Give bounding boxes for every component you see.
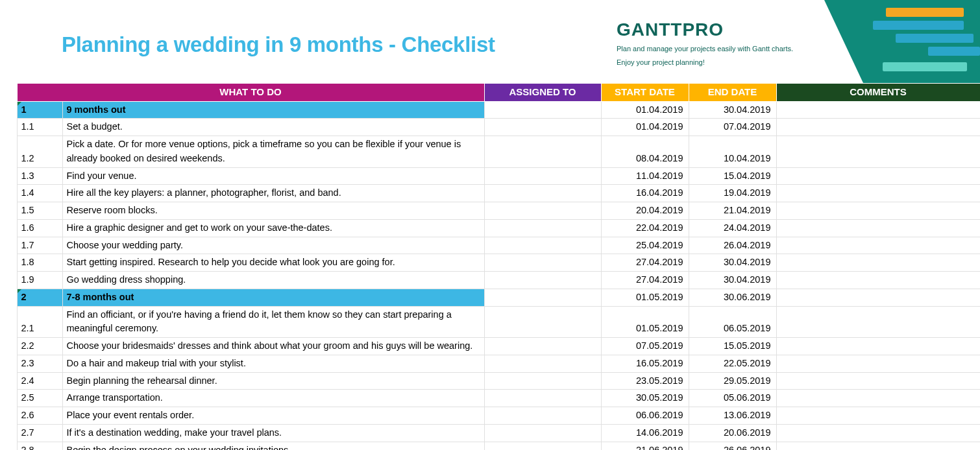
cell-what[interactable]: Choose your wedding party. <box>62 237 484 254</box>
cell-comments[interactable] <box>776 237 980 254</box>
cell-comments[interactable] <box>776 254 980 272</box>
cell-assigned[interactable] <box>484 407 601 425</box>
col-header-start[interactable]: START DATE <box>601 84 689 102</box>
cell-assigned[interactable] <box>484 338 601 355</box>
cell-assigned[interactable] <box>484 306 601 338</box>
cell-what[interactable]: 9 months out <box>62 101 484 119</box>
cell-end[interactable]: 29.05.2019 <box>689 372 776 390</box>
cell-end[interactable]: 26.04.2019 <box>689 237 776 254</box>
cell-start[interactable]: 11.04.2019 <box>601 167 689 185</box>
cell-number[interactable]: 1.9 <box>17 272 62 289</box>
cell-end[interactable]: 19.04.2019 <box>689 185 776 202</box>
table-row[interactable]: 2.3Do a hair and makeup trial with your … <box>10 355 980 372</box>
cell-assigned[interactable] <box>484 219 601 237</box>
table-row[interactable]: 2.4Begin planning the rehearsal dinner.2… <box>10 372 980 390</box>
cell-number[interactable]: 1.5 <box>17 202 62 220</box>
cell-assigned[interactable] <box>484 167 601 185</box>
cell-comments[interactable] <box>776 372 980 390</box>
cell-end[interactable]: 05.06.2019 <box>689 390 776 407</box>
cell-what[interactable]: Find your venue. <box>62 167 484 185</box>
cell-start[interactable]: 23.05.2019 <box>601 372 689 390</box>
cell-end[interactable]: 30.04.2019 <box>689 272 776 289</box>
cell-what[interactable]: Pick a date. Or for more venue options, … <box>62 136 484 168</box>
cell-number[interactable]: 2.3 <box>17 355 62 372</box>
cell-comments[interactable] <box>776 442 980 450</box>
cell-end[interactable]: 30.04.2019 <box>689 254 776 272</box>
table-row[interactable]: 2.8Begin the design process on your wedd… <box>10 442 980 450</box>
cell-what[interactable]: Set a budget. <box>62 119 484 136</box>
cell-comments[interactable] <box>776 338 980 355</box>
cell-assigned[interactable] <box>484 372 601 390</box>
cell-assigned[interactable] <box>484 185 601 202</box>
cell-start[interactable]: 08.04.2019 <box>601 136 689 168</box>
cell-end[interactable]: 24.04.2019 <box>689 219 776 237</box>
cell-start[interactable]: 30.05.2019 <box>601 390 689 407</box>
cell-number[interactable]: 2.5 <box>17 390 62 407</box>
cell-end[interactable]: 15.05.2019 <box>689 338 776 355</box>
cell-comments[interactable] <box>776 167 980 185</box>
cell-start[interactable]: 21.06.2019 <box>601 442 689 450</box>
cell-what[interactable]: Begin planning the rehearsal dinner. <box>62 372 484 390</box>
cell-what[interactable]: Start getting inspired. Research to help… <box>62 254 484 272</box>
cell-comments[interactable] <box>776 101 980 119</box>
cell-number[interactable]: 1.7 <box>17 237 62 254</box>
table-row[interactable]: 1.7Choose your wedding party.25.04.20192… <box>10 237 980 254</box>
section-row[interactable]: 27-8 months out01.05.201930.06.2019 <box>10 289 980 306</box>
cell-end[interactable]: 13.06.2019 <box>689 407 776 425</box>
cell-number[interactable]: 2.2 <box>17 338 62 355</box>
cell-comments[interactable] <box>776 407 980 425</box>
cell-number[interactable]: 1 <box>17 101 62 119</box>
cell-end[interactable]: 26.06.2019 <box>689 442 776 450</box>
cell-start[interactable]: 01.04.2019 <box>601 101 689 119</box>
cell-what[interactable]: Place your event rentals order. <box>62 407 484 425</box>
cell-number[interactable]: 1.4 <box>17 185 62 202</box>
cell-assigned[interactable] <box>484 289 601 306</box>
cell-comments[interactable] <box>776 306 980 338</box>
col-header-end[interactable]: END DATE <box>689 84 776 102</box>
cell-start[interactable]: 07.05.2019 <box>601 338 689 355</box>
cell-end[interactable]: 20.06.2019 <box>689 424 776 442</box>
table-row[interactable]: 1.5Reserve room blocks.20.04.201921.04.2… <box>10 202 980 220</box>
table-row[interactable]: 1.4Hire all the key players: a planner, … <box>10 185 980 202</box>
cell-assigned[interactable] <box>484 136 601 168</box>
cell-comments[interactable] <box>776 272 980 289</box>
cell-what[interactable]: Do a hair and makeup trial with your sty… <box>62 355 484 372</box>
cell-number[interactable]: 1.3 <box>17 167 62 185</box>
table-row[interactable]: 1.2Pick a date. Or for more venue option… <box>10 136 980 168</box>
cell-comments[interactable] <box>776 289 980 306</box>
table-row[interactable]: 2.1Find an officiant, or if you're havin… <box>10 306 980 338</box>
table-row[interactable]: 2.6Place your event rentals order.06.06.… <box>10 407 980 425</box>
cell-start[interactable]: 27.04.2019 <box>601 254 689 272</box>
cell-end[interactable]: 10.04.2019 <box>689 136 776 168</box>
cell-what[interactable]: Arrange transportation. <box>62 390 484 407</box>
cell-comments[interactable] <box>776 202 980 220</box>
cell-number[interactable]: 1.6 <box>17 219 62 237</box>
cell-what[interactable]: 7-8 months out <box>62 289 484 306</box>
cell-end[interactable]: 22.05.2019 <box>689 355 776 372</box>
cell-number[interactable]: 2.6 <box>17 407 62 425</box>
cell-assigned[interactable] <box>484 119 601 136</box>
table-row[interactable]: 1.3Find your venue.11.04.201915.04.2019 <box>10 167 980 185</box>
cell-comments[interactable] <box>776 390 980 407</box>
cell-end[interactable]: 07.04.2019 <box>689 119 776 136</box>
cell-assigned[interactable] <box>484 424 601 442</box>
table-row[interactable]: 1.6Hire a graphic designer and get to wo… <box>10 219 980 237</box>
cell-number[interactable]: 2 <box>17 289 62 306</box>
cell-number[interactable]: 1.1 <box>17 119 62 136</box>
table-row[interactable]: 2.7If it's a destination wedding, make y… <box>10 424 980 442</box>
cell-assigned[interactable] <box>484 272 601 289</box>
cell-end[interactable]: 21.04.2019 <box>689 202 776 220</box>
cell-comments[interactable] <box>776 355 980 372</box>
cell-what[interactable]: Choose your bridesmaids' dresses and thi… <box>62 338 484 355</box>
table-row[interactable]: 2.2Choose your bridesmaids' dresses and … <box>10 338 980 355</box>
cell-assigned[interactable] <box>484 442 601 450</box>
cell-what[interactable]: If it's a destination wedding, make your… <box>62 424 484 442</box>
cell-what[interactable]: Go wedding dress shopping. <box>62 272 484 289</box>
cell-start[interactable]: 01.04.2019 <box>601 119 689 136</box>
cell-what[interactable]: Find an officiant, or if you're having a… <box>62 306 484 338</box>
cell-assigned[interactable] <box>484 355 601 372</box>
cell-number[interactable]: 2.1 <box>17 306 62 338</box>
cell-comments[interactable] <box>776 136 980 168</box>
cell-number[interactable]: 2.8 <box>17 442 62 450</box>
cell-start[interactable]: 22.04.2019 <box>601 219 689 237</box>
